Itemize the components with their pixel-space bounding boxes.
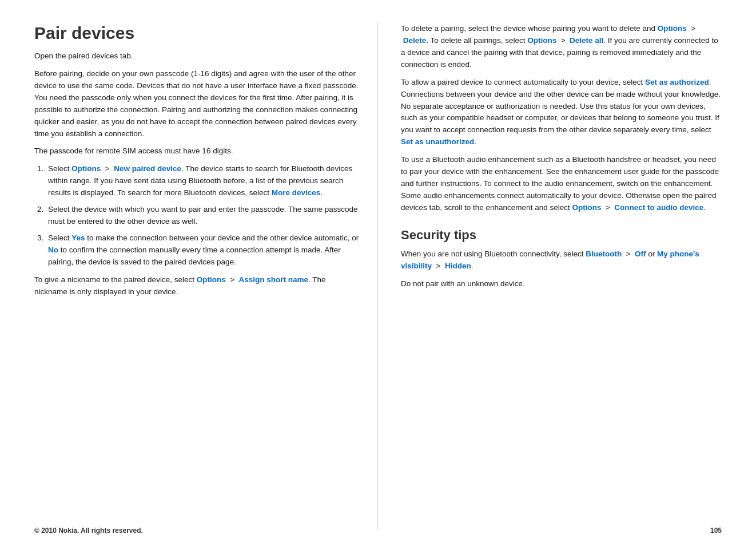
security-text-or: or [646,250,658,258]
step3-link-no[interactable]: No [48,246,58,254]
footer-page-number: 105 [710,527,722,535]
delete-options-link[interactable]: Options [658,24,687,33]
delete-para: To delete a pairing, select the device w… [401,23,722,71]
set-authorized-link[interactable]: Set as authorized [645,78,709,86]
set-unauthorized-link[interactable]: Set as unauthorized [401,137,474,146]
step1-text-before: Select [48,164,71,173]
audio-para: To use a Bluetooth audio enhancement suc… [401,154,722,214]
delete-link[interactable]: Delete [403,36,427,45]
delete-text-mid: . To delete all pairings, select [426,36,527,45]
audio-text-after: . [703,203,706,212]
delete-arrow2: > [556,36,570,45]
delete-all-link[interactable]: Delete all [570,36,603,45]
security-para-1: When you are not using Bluetooth connect… [401,248,722,272]
step-2: Select the device with which you want to… [46,204,360,228]
step1-text-end: . [320,188,323,197]
step3-text-before: Select [48,234,71,242]
step2-text: Select the device with which you want to… [48,205,358,225]
intro-para-2: Before pairing, decide on your own passc… [34,68,360,140]
off-link[interactable]: Off [635,250,646,258]
security-arrow2: > [432,262,445,270]
nickname-para: To give a nickname to the paired device,… [34,274,360,298]
nickname-text-before: To give a nickname to the paired device,… [34,275,197,284]
security-tips-title: Security tips [401,228,722,243]
authorize-para: To allow a paired device to connect auto… [401,77,722,149]
intro-para-1: Open the paired devices tab. [34,50,360,62]
step1-arrow1: > [101,164,114,173]
security-text-after: . [471,262,474,270]
step-1: Select Options > New paired device. The … [46,163,360,199]
footer: © 2010 Nokia. All rights reserved. 105 [34,527,722,535]
step-3: Select Yes to make the connection betwee… [46,232,360,268]
step3-text-mid: to make the connection between your devi… [85,234,359,242]
audio-arrow: > [601,203,614,212]
step1-link-new-paired[interactable]: New paired device [114,164,181,173]
intro-para-3: The passcode for remote SIM access must … [34,145,360,157]
nickname-options-link[interactable]: Options [197,275,226,284]
security-arrow1: > [622,250,635,258]
step3-text-after: to confirm the connection manually every… [48,246,341,266]
security-text-before: When you are not using Bluetooth connect… [401,250,586,258]
nickname-arrow: > [226,275,239,284]
audio-options-link[interactable]: Options [572,203,601,212]
delete-all-options-link[interactable]: Options [527,36,556,45]
authorize-text-after: . [474,137,476,146]
steps-list: Select Options > New paired device. The … [46,163,360,268]
hidden-link[interactable]: Hidden [445,262,471,270]
security-para-2: Do not pair with an unknown device. [401,278,722,290]
step3-link-yes[interactable]: Yes [71,234,85,242]
connect-audio-link[interactable]: Connect to audio device [614,203,703,212]
nickname-assign-link[interactable]: Assign short name [239,275,309,284]
step1-link-options[interactable]: Options [71,164,101,173]
right-column: To delete a pairing, select the device w… [378,23,722,529]
bluetooth-link[interactable]: Bluetooth [586,250,622,258]
delete-text-before: To delete a pairing, select the device w… [401,24,658,33]
step1-link-more-devices[interactable]: More devices [272,188,321,197]
authorize-text-before: To allow a paired device to connect auto… [401,78,645,86]
footer-copyright: © 2010 Nokia. All rights reserved. [34,527,143,535]
left-column: Pair devices Open the paired devices tab… [34,23,378,529]
pair-devices-title: Pair devices [34,23,360,43]
